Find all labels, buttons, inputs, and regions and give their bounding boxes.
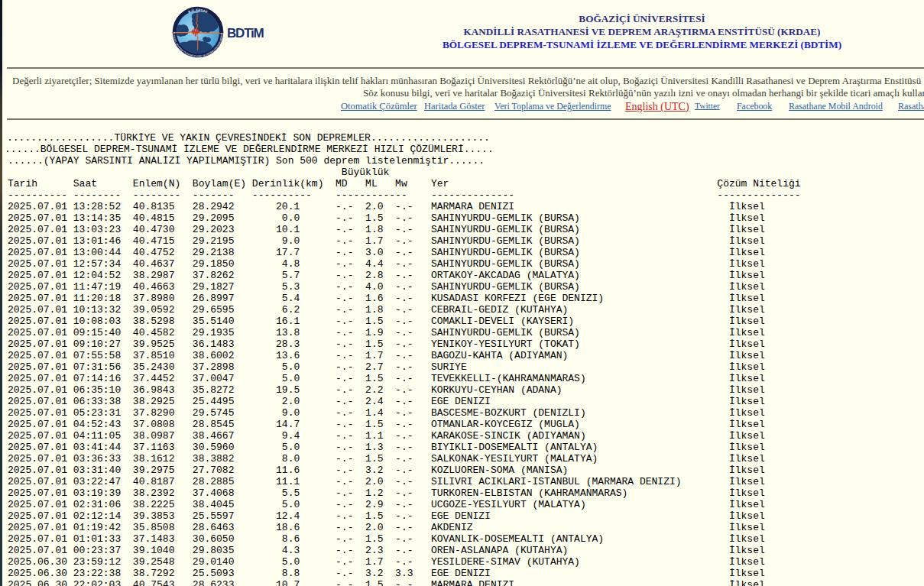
svg-text:BDTiM: BDTiM: [227, 26, 264, 40]
